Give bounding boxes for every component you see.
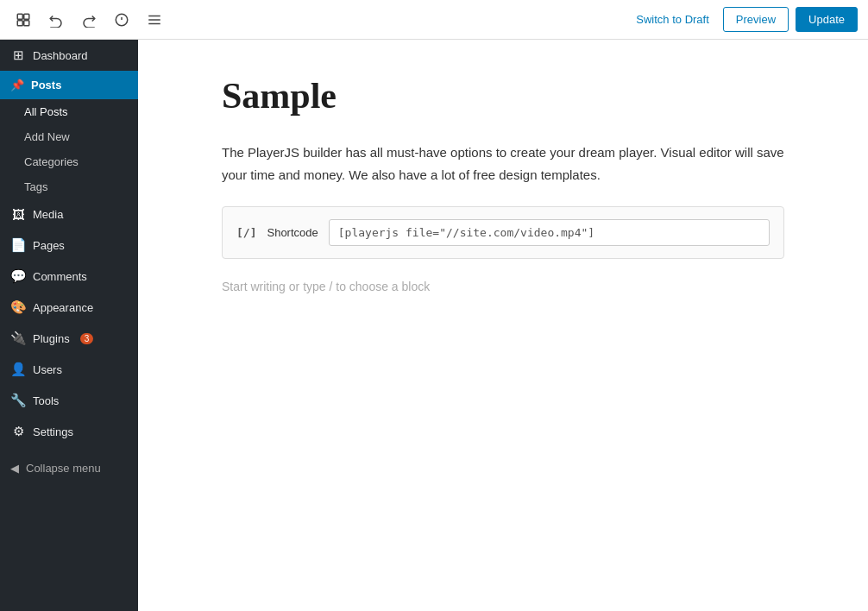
users-icon: 👤 xyxy=(10,362,26,377)
editor-container: Sample The PlayerJS builder has all must… xyxy=(201,40,805,611)
sidebar: ⊞ Dashboard 📌 Posts All Posts Add New Ca… xyxy=(0,40,138,611)
sidebar-item-dashboard[interactable]: ⊞ Dashboard xyxy=(0,40,138,71)
sidebar-plugins-label: Plugins xyxy=(33,332,70,345)
sidebar-media-label: Media xyxy=(33,208,63,221)
sidebar-comments-label: Comments xyxy=(33,270,87,283)
sidebar-tools-label: Tools xyxy=(33,394,59,407)
add-block-hint[interactable]: Start writing or type / to choose a bloc… xyxy=(222,280,784,293)
sidebar-item-comments[interactable]: 💬 Comments xyxy=(0,261,138,292)
sidebar-appearance-label: Appearance xyxy=(33,301,93,314)
comments-icon: 💬 xyxy=(10,268,26,284)
undo-button[interactable] xyxy=(43,7,69,33)
sidebar-posts-label: Posts xyxy=(31,79,61,91)
dashboard-icon: ⊞ xyxy=(10,47,26,63)
main-layout: ⊞ Dashboard 📌 Posts All Posts Add New Ca… xyxy=(0,40,868,611)
sidebar-item-media[interactable]: 🖼 Media xyxy=(0,199,138,230)
svg-rect-1 xyxy=(24,14,29,19)
post-body[interactable]: The PlayerJS builder has all must-have o… xyxy=(222,142,784,186)
sidebar-users-label: Users xyxy=(33,363,62,376)
sidebar-item-tools[interactable]: 🔧 Tools xyxy=(0,385,138,416)
info-button[interactable] xyxy=(109,7,135,33)
appearance-icon: 🎨 xyxy=(10,299,26,315)
posts-icon: 📌 xyxy=(10,79,24,91)
svg-rect-2 xyxy=(17,20,22,25)
sidebar-item-all-posts[interactable]: All Posts xyxy=(0,99,138,124)
sidebar-item-settings[interactable]: ⚙ Settings xyxy=(0,416,138,447)
sidebar-item-label: Dashboard xyxy=(33,49,88,62)
shortcode-icon: [/] xyxy=(236,226,256,239)
switch-to-draft-button[interactable]: Switch to Draft xyxy=(629,9,716,29)
media-icon: 🖼 xyxy=(10,207,26,222)
redo-button[interactable] xyxy=(76,7,102,33)
settings-icon: ⚙ xyxy=(10,424,26,439)
content-area: Sample The PlayerJS builder has all must… xyxy=(138,40,868,611)
sidebar-item-posts[interactable]: 📌 Posts xyxy=(0,71,138,99)
sidebar-pages-label: Pages xyxy=(33,239,65,252)
plugins-icon: 🔌 xyxy=(10,331,26,346)
sidebar-item-add-new[interactable]: Add New xyxy=(0,124,138,149)
preview-button[interactable]: Preview xyxy=(723,7,789,32)
shortcode-input[interactable] xyxy=(329,219,770,246)
sidebar-item-tags[interactable]: Tags xyxy=(0,174,138,199)
tools-icon: 🔧 xyxy=(10,393,26,408)
toolbar: Switch to Draft Preview Update xyxy=(0,0,868,40)
collapse-label: Collapse menu xyxy=(26,462,101,475)
sidebar-item-pages[interactable]: 📄 Pages xyxy=(0,230,138,261)
svg-rect-3 xyxy=(24,20,29,25)
sidebar-item-plugins[interactable]: 🔌 Plugins 3 xyxy=(0,323,138,354)
toolbar-right: Switch to Draft Preview Update xyxy=(629,7,858,32)
update-button[interactable]: Update xyxy=(796,7,858,32)
post-title[interactable]: Sample xyxy=(222,74,784,117)
plugins-badge: 3 xyxy=(80,333,94,344)
collapse-icon: ◀ xyxy=(10,462,19,475)
list-view-button[interactable] xyxy=(142,7,167,33)
toolbar-left xyxy=(10,7,167,33)
pages-icon: 📄 xyxy=(10,237,26,253)
collapse-menu-button[interactable]: ◀ Collapse menu xyxy=(0,454,138,482)
sidebar-settings-label: Settings xyxy=(33,425,73,438)
shortcode-label: Shortcode xyxy=(267,226,318,239)
sidebar-item-appearance[interactable]: 🎨 Appearance xyxy=(0,292,138,323)
svg-rect-0 xyxy=(17,14,22,19)
shortcode-block: [/] Shortcode xyxy=(222,206,784,259)
add-block-button[interactable] xyxy=(10,7,36,33)
sidebar-item-users[interactable]: 👤 Users xyxy=(0,354,138,385)
sidebar-item-categories[interactable]: Categories xyxy=(0,149,138,174)
